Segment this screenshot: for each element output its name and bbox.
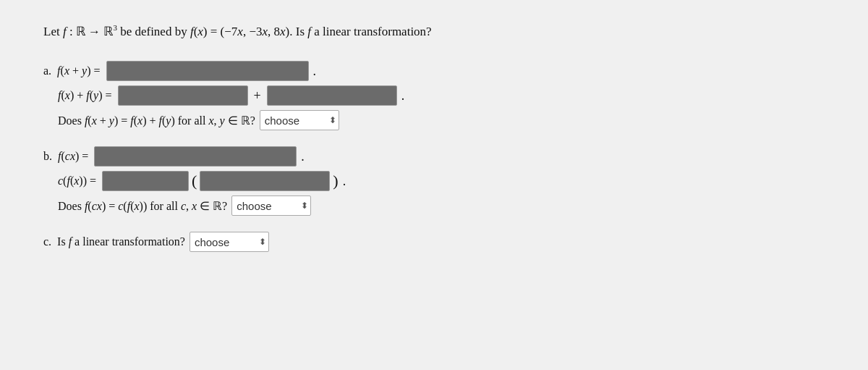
part-c-dropdown[interactable]: choose Yes No: [190, 232, 269, 252]
part-a-dot2: .: [401, 88, 405, 104]
part-a-input3[interactable]: [267, 85, 397, 106]
part-b-question-row: Does f(cx) = c(f(x)) for all c, x ∈ ℝ? c…: [43, 195, 825, 216]
part-c-question-row: c. Is f a linear transformation? choose …: [43, 232, 825, 252]
part-b-label: b. f(cx) =: [43, 150, 88, 163]
part-a-input1[interactable]: [106, 61, 309, 81]
part-a-dropdown[interactable]: choose Yes No: [260, 110, 339, 130]
part-b-input2[interactable]: [102, 171, 189, 191]
part-b-question: Does f(cx) = c(f(x)) for all c, x ∈ ℝ?: [43, 199, 227, 213]
part-a-plus: +: [254, 88, 261, 104]
part-a-dot1: .: [313, 64, 317, 79]
part-b-dot1: .: [301, 149, 305, 164]
part-a-question: Does f(x + y) = f(x) + f(y) for all x, y…: [43, 114, 255, 127]
part-b-cfx-label: c(f(x)) =: [43, 175, 96, 188]
part-b-row2: c(f(x)) = ( ) .: [43, 171, 825, 191]
part-b-input1[interactable]: [94, 146, 297, 167]
part-c-select-wrapper: choose Yes No: [190, 232, 269, 252]
part-a-row1: a. f(x + y) = .: [43, 61, 825, 81]
part-a-question-row: Does f(x + y) = f(x) + f(y) for all x, y…: [43, 110, 825, 130]
part-b-dot2: .: [343, 174, 346, 189]
part-b-rparen: ): [333, 172, 338, 190]
part-b: b. f(cx) = . c(f(x)) = ( ) . Does f(cx) …: [43, 146, 825, 216]
part-b-select-wrapper: choose Yes No: [231, 195, 311, 216]
part-b-input3[interactable]: [200, 171, 330, 191]
part-a-label: a. f(x + y) =: [43, 64, 101, 77]
part-a-select-wrapper: choose Yes No: [260, 110, 339, 130]
part-a-fx-fy-label: f(x) + f(y) =: [43, 89, 112, 102]
part-c-question: c. Is f a linear transformation?: [43, 235, 185, 248]
part-a-row2: f(x) + f(y) = + .: [43, 85, 825, 106]
part-a-input2[interactable]: [118, 85, 248, 106]
part-b-lparen: (: [192, 172, 197, 190]
main-container: Let f : ℝ → ℝ3 be defined by f(x) = (−7x…: [0, 0, 868, 370]
part-a: a. f(x + y) = . f(x) + f(y) = + . Does f…: [43, 61, 825, 130]
problem-statement: Let f : ℝ → ℝ3 be defined by f(x) = (−7x…: [43, 22, 825, 41]
part-b-row1: b. f(cx) = .: [43, 146, 825, 167]
part-b-dropdown[interactable]: choose Yes No: [231, 195, 311, 216]
part-c: c. Is f a linear transformation? choose …: [43, 232, 825, 252]
